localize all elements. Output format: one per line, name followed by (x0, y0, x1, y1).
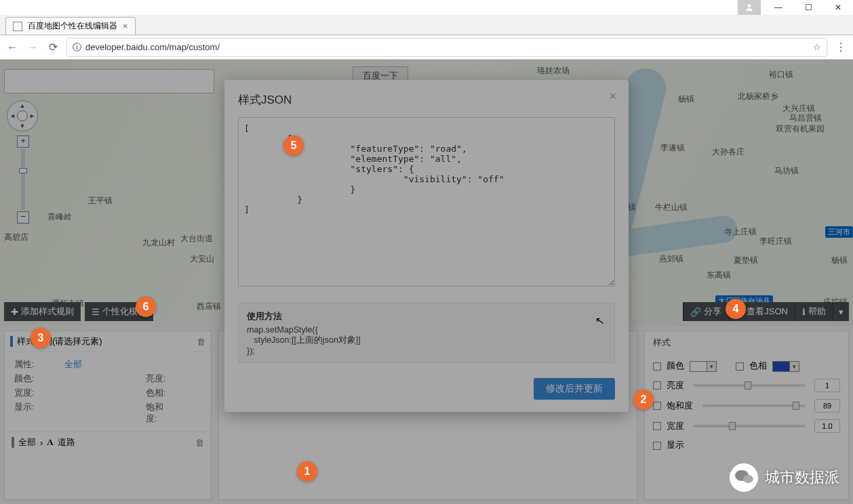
tabstrip: 百度地图个性在线编辑器 × (0, 15, 853, 35)
browser-toolbar: ← → ⟳ ⓘ developer.baidu.com/map/custom/ … (0, 35, 853, 60)
address-bar[interactable]: ⓘ developer.baidu.com/map/custom/ ☆ (66, 38, 827, 57)
browser-menu-button[interactable]: ⋮ (834, 41, 848, 54)
url-text: developer.baidu.com/map/custom/ (85, 42, 220, 52)
close-window-button[interactable]: ✕ (823, 0, 853, 15)
minimize-button[interactable]: — (763, 0, 793, 15)
reload-button[interactable]: ⟳ (46, 41, 60, 54)
watermark: 城市数据派 (730, 463, 839, 492)
back-button[interactable]: ← (5, 41, 19, 54)
tab-title: 百度地图个性在线编辑器 (28, 20, 117, 32)
annotation-badge-6: 6 (136, 297, 156, 317)
info-icon: ⓘ (73, 41, 81, 54)
tab-favicon-icon (13, 22, 22, 31)
annotation-badge-2: 2 (633, 390, 654, 410)
watermark-text: 城市数据派 (765, 467, 839, 488)
browser-tab[interactable]: 百度地图个性在线编辑器 × (5, 17, 136, 35)
svg-point-0 (748, 4, 751, 7)
wechat-icon (730, 463, 758, 492)
close-tab-icon[interactable]: × (123, 21, 128, 31)
annotation-badge-4: 4 (726, 299, 746, 319)
annotation-badge-1: 1 (297, 461, 317, 482)
maximize-button[interactable]: ☐ (793, 0, 823, 15)
annotation-badge-3: 3 (31, 328, 51, 348)
modal-overlay[interactable] (0, 60, 853, 504)
forward-button[interactable]: → (26, 41, 39, 54)
bookmark-star-icon[interactable]: ☆ (813, 42, 821, 52)
window-titlebar: — ☐ ✕ (0, 0, 853, 15)
page-content: 百善镇 珞娃农场 裕口镇 杨镇 北杨家桥乡 大兴庄镇 马昌营镇 双营有机果园 大… (0, 60, 853, 504)
annotation-badge-5: 5 (283, 135, 304, 156)
user-icon[interactable] (738, 0, 761, 15)
